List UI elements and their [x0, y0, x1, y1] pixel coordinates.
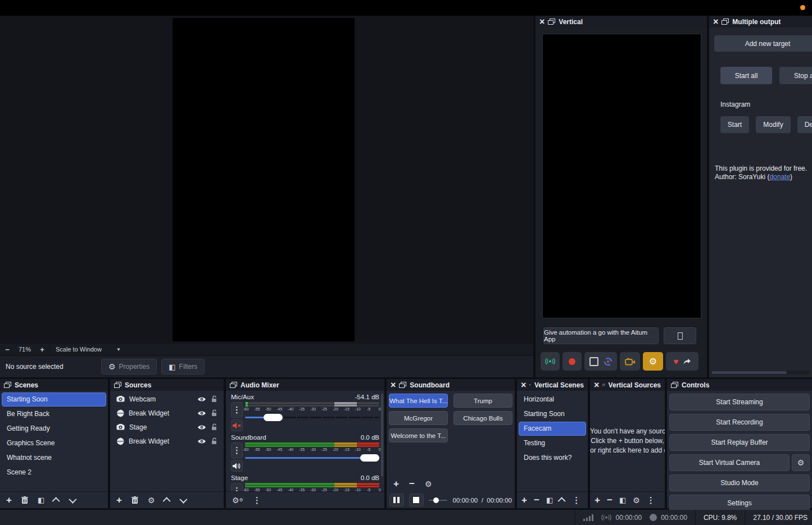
source-properties-button[interactable]: ⚙	[148, 496, 155, 505]
properties-button[interactable]: ⚙ Properties	[101, 359, 157, 375]
vertical-scene-item[interactable]: Starting Soon	[519, 407, 586, 421]
close-icon[interactable]: ×	[391, 381, 396, 389]
source-item[interactable]: Break Widget	[112, 406, 222, 420]
visibility-eye-icon[interactable]	[197, 438, 206, 445]
vertical-scene-filters-button[interactable]: ◧	[546, 496, 553, 504]
vertical-sources-menu-button[interactable]: ⋮	[647, 495, 655, 505]
close-icon[interactable]: ×	[521, 381, 526, 389]
move-source-down-button[interactable]	[180, 497, 185, 503]
volume-slider-handle[interactable]	[360, 454, 379, 462]
move-scene-down-button[interactable]	[69, 497, 75, 503]
vertical-screenshot-button[interactable]	[620, 352, 640, 371]
visibility-eye-icon[interactable]	[197, 410, 206, 417]
volume-slider[interactable]	[245, 454, 379, 462]
remove-vertical-source-button[interactable]: −	[607, 495, 613, 506]
scene-item[interactable]: Starting Soon	[2, 392, 106, 407]
remove-sound-button[interactable]: −	[409, 478, 415, 490]
vertical-dock-titlebar[interactable]: × Vertical	[536, 16, 707, 28]
scene-item[interactable]: Scene 2	[2, 465, 106, 480]
mute-button[interactable]	[231, 460, 243, 472]
lock-icon[interactable]	[211, 395, 217, 403]
visibility-eye-icon[interactable]	[197, 424, 206, 431]
scene-item[interactable]: Getting Ready	[2, 422, 106, 436]
aitum-app-button[interactable]	[664, 327, 696, 344]
scrollbar-thumb[interactable]	[711, 371, 787, 374]
vertical-scenes-menu-button[interactable]: ⋮	[572, 495, 580, 505]
filters-button[interactable]: ◧ Filters	[161, 359, 205, 375]
move-scene-up-button[interactable]	[54, 497, 60, 503]
add-source-button[interactable]: +	[116, 495, 122, 506]
start-recording-button[interactable]: Start Recording	[669, 414, 810, 431]
vertical-source-filters-button[interactable]: ◧	[619, 496, 626, 504]
start-streaming-button[interactable]: Start Streaming	[669, 394, 810, 410]
target-start-button[interactable]: Start	[720, 116, 749, 133]
vertical-backtrack-virtualcam-button[interactable]	[584, 352, 617, 371]
target-delete-button[interactable]: Delete	[797, 116, 812, 133]
soundboard-volume-slider[interactable]	[429, 497, 448, 503]
add-vertical-scene-button[interactable]: +	[521, 495, 527, 506]
sources-titlebar[interactable]: Sources	[110, 379, 224, 391]
sound-button[interactable]: Chicago Bulls	[453, 411, 512, 425]
start-virtual-camera-button[interactable]: Start Virtual Camera	[669, 454, 790, 471]
scene-item[interactable]: Graphics Scene	[2, 436, 106, 450]
stop-button[interactable]	[409, 494, 424, 506]
move-vertical-scene-up-button[interactable]	[560, 497, 565, 503]
lock-icon[interactable]	[211, 437, 217, 445]
vertical-stream-button[interactable]	[541, 352, 560, 371]
sound-button[interactable]: What The Hell Is T...	[389, 394, 448, 408]
zoom-out-button[interactable]: −	[0, 345, 15, 354]
controls-titlebar[interactable]: Controls	[667, 379, 812, 391]
sound-button[interactable]: Welcome to the T...	[389, 428, 448, 442]
visibility-eye-icon[interactable]	[197, 396, 206, 403]
mixer-options-button[interactable]: ⋮	[231, 442, 243, 458]
scenes-titlebar[interactable]: Scenes	[0, 379, 108, 391]
vertical-support-button[interactable]: ♥	[666, 352, 698, 371]
vertical-scene-item[interactable]: Does this work?	[519, 451, 586, 465]
start-replay-buffer-button[interactable]: Start Replay Buffer	[669, 434, 810, 451]
pause-button[interactable]	[389, 494, 404, 506]
start-all-button[interactable]: Start all	[720, 67, 772, 84]
slider-handle[interactable]	[433, 497, 439, 503]
program-canvas[interactable]	[173, 18, 355, 341]
close-icon[interactable]: ×	[713, 18, 718, 26]
close-icon[interactable]: ×	[539, 18, 545, 26]
source-item[interactable]: Break Widget	[112, 434, 222, 448]
vertical-scene-item[interactable]: Facecam	[519, 422, 586, 436]
lock-icon[interactable]	[211, 423, 217, 431]
remove-vertical-scene-button[interactable]: −	[534, 495, 539, 506]
vertical-canvas[interactable]	[542, 34, 701, 318]
sound-button[interactable]: McGregor	[389, 411, 448, 425]
mixer-options-button[interactable]: ⋮	[231, 483, 243, 492]
vertical-record-button[interactable]	[562, 352, 582, 371]
virtual-camera-config-button[interactable]: ⚙	[792, 454, 810, 471]
multiple-output-titlebar[interactable]: × Multiple output	[709, 16, 812, 28]
vertical-source-properties-button[interactable]: ⚙	[633, 496, 640, 505]
scene-item[interactable]: Be Right Back	[2, 407, 106, 421]
target-modify-button[interactable]: Modify	[756, 116, 791, 133]
volume-slider-handle[interactable]	[264, 414, 283, 421]
soundboard-titlebar[interactable]: × Soundboard	[387, 379, 515, 391]
horizontal-scrollbar[interactable]	[710, 371, 809, 375]
add-new-target-button[interactable]: Add new target	[714, 35, 812, 52]
vertical-settings-button[interactable]: ⚙	[643, 352, 663, 371]
add-vertical-source-button[interactable]: +	[595, 495, 600, 506]
remove-scene-button[interactable]	[21, 496, 28, 504]
volume-slider[interactable]	[245, 414, 379, 421]
scale-mode-dropdown[interactable]: Scale to Window ▼	[49, 344, 126, 355]
mixer-menu-button[interactable]: ⋮	[253, 495, 261, 505]
sound-button[interactable]: Trump	[453, 394, 512, 408]
source-item[interactable]: Webcam	[112, 392, 222, 406]
move-source-up-button[interactable]	[165, 497, 170, 503]
scene-item[interactable]: Whatnot scene	[2, 451, 106, 465]
remove-source-button[interactable]	[131, 496, 138, 504]
add-sound-button[interactable]: +	[393, 478, 399, 490]
aitum-promo-button[interactable]: Give automation a go with the Aitum App	[543, 327, 659, 344]
source-item[interactable]: Stage	[112, 420, 222, 434]
advanced-audio-button[interactable]: ⚙⚙	[232, 496, 243, 505]
lock-icon[interactable]	[211, 409, 217, 417]
vertical-scene-item[interactable]: Horizontal	[519, 392, 586, 407]
zoom-in-button[interactable]: +	[35, 345, 49, 354]
vertical-scrollbar[interactable]	[381, 394, 383, 477]
studio-mode-button[interactable]: Studio Mode	[669, 474, 810, 491]
vertical-scenes-titlebar[interactable]: × Vertical Scenes	[517, 379, 588, 391]
